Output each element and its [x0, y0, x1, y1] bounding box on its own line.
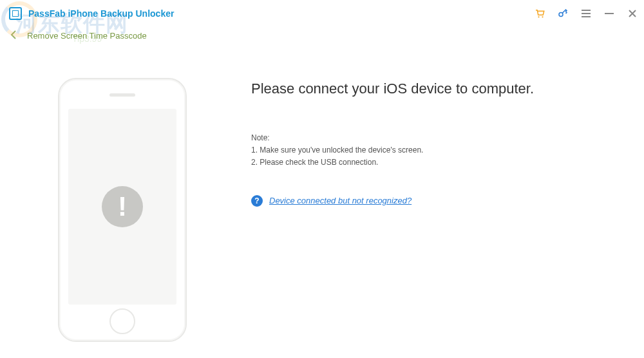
help-link[interactable]: Device connected but not recognized?: [269, 196, 412, 205]
back-button[interactable]: [9, 30, 19, 42]
key-icon: [557, 8, 569, 19]
note-line-2: 2. Please check the USB connection.: [251, 156, 618, 169]
chevron-left-icon: [9, 30, 19, 40]
phone-screen: !: [68, 109, 176, 305]
note-block: Note: 1. Make sure you've unlocked the d…: [251, 132, 618, 169]
breadcrumb-text: Remove Screen Time Passcode: [27, 31, 147, 41]
note-line-1: 1. Make sure you've unlocked the device'…: [251, 144, 618, 156]
svg-point-1: [542, 16, 543, 17]
cart-button[interactable]: [532, 6, 547, 21]
title-bar-actions: [532, 0, 640, 27]
device-illustration-column: !: [58, 78, 187, 342]
minimize-button[interactable]: [601, 6, 617, 21]
title-bar: PassFab iPhone Backup Unlocker: [0, 0, 644, 27]
page-headline: Please connect your iOS device to comput…: [251, 80, 618, 97]
menu-button[interactable]: [578, 6, 594, 21]
cart-icon: [534, 8, 545, 19]
phone-speaker-icon: [109, 93, 135, 97]
svg-point-2: [559, 13, 563, 17]
phone-outline-icon: !: [58, 78, 187, 342]
help-row: ? Device connected but not recognized?: [251, 195, 618, 207]
app-logo-icon: [9, 7, 22, 20]
exclamation-icon: !: [102, 186, 143, 227]
close-button[interactable]: [625, 6, 640, 21]
instruction-column: Please connect your iOS device to comput…: [251, 78, 618, 342]
breadcrumb: Remove Screen Time Passcode: [0, 27, 644, 46]
main-content: ! Please connect your iOS device to comp…: [0, 46, 644, 342]
minimize-icon: [605, 13, 614, 14]
note-heading: Note:: [251, 132, 618, 144]
hamburger-icon: [582, 10, 591, 11]
close-icon: [629, 10, 636, 17]
svg-point-0: [538, 16, 539, 17]
app-title: PassFab iPhone Backup Unlocker: [28, 8, 174, 19]
key-button[interactable]: [555, 6, 571, 21]
help-icon: ?: [251, 195, 263, 207]
